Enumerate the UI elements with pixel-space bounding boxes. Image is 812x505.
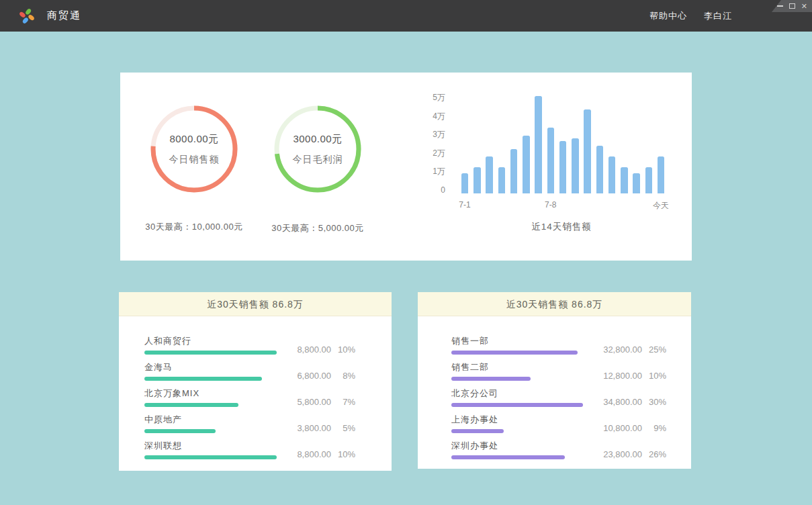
item-percent: 8% xyxy=(331,371,355,381)
item-bar xyxy=(451,403,583,407)
item-amount: 32,800.00 xyxy=(592,345,642,355)
bar-day-3 xyxy=(486,156,493,193)
top-departments-panel-title: 近30天销售额 86.8万 xyxy=(418,292,691,316)
list-item: 北京分公司34,800.0030% xyxy=(451,381,666,407)
bar-day-9 xyxy=(559,141,567,193)
item-bar xyxy=(451,377,531,381)
today-sales-label: 今日销售额 xyxy=(169,154,220,166)
item-percent: 9% xyxy=(642,424,666,433)
item-bar xyxy=(451,351,578,355)
today-profit-label: 今日毛利润 xyxy=(293,154,343,166)
item-bar xyxy=(144,455,277,459)
item-label: 销售一部 xyxy=(451,336,589,345)
item-amount: 6,800.00 xyxy=(281,371,331,381)
list-item: 北京万象MIX5,800.007% xyxy=(144,381,355,407)
overview-card: 8000.00元 今日销售额 30天最高：10,000.00元 3000.00元… xyxy=(120,73,692,261)
list-item: 人和商贸行8,800.0010% xyxy=(144,328,355,355)
username-link[interactable]: 李白江 xyxy=(704,10,732,22)
bar-chart-y-axis: 5万4万3万2万1万0 xyxy=(414,93,445,201)
item-percent: 26% xyxy=(642,450,666,459)
y-tick-label: 4万 xyxy=(433,112,445,120)
item-amount: 3,800.00 xyxy=(281,424,331,433)
today-profit-value: 3000.00元 xyxy=(293,133,342,146)
item-label: 深圳办事处 xyxy=(451,441,589,450)
list-item: 上海办事处10,800.009% xyxy=(451,407,666,433)
today-profit-donut-chart: 3000.00元 今日毛利润 xyxy=(274,105,361,193)
item-amount: 5,800.00 xyxy=(281,398,331,407)
item-percent: 10% xyxy=(331,345,355,355)
top-customers-panel: 近30天销售额 86.8万 人和商贸行8,800.0010%金海马6,800.0… xyxy=(119,292,392,471)
x-tick-label: 7-1 xyxy=(459,200,470,210)
item-amount: 23,800.00 xyxy=(592,450,642,459)
bar-chart-x-axis: 7-17-8今天 xyxy=(459,200,664,210)
y-tick-label: 3万 xyxy=(433,130,445,138)
y-tick-label: 1万 xyxy=(433,167,445,175)
titlebar: 商贸通 帮助中心 李白江 ✕ xyxy=(0,0,812,32)
list-item: 深圳联想8,800.0010% xyxy=(144,433,355,459)
top-departments-panel: 近30天销售额 86.8万 销售一部32,800.0025%销售二部12,800… xyxy=(418,292,691,469)
bar-day-16 xyxy=(645,167,653,193)
item-label: 北京分公司 xyxy=(451,389,589,398)
item-bar xyxy=(144,429,216,433)
bar-day-8 xyxy=(547,128,555,193)
y-tick-label: 2万 xyxy=(433,149,445,157)
bar-day-10 xyxy=(572,138,579,193)
today-sales-value: 8000.00元 xyxy=(169,133,218,146)
item-label: 深圳联想 xyxy=(144,441,281,450)
item-bar xyxy=(144,351,277,355)
list-item: 销售二部12,800.0010% xyxy=(451,355,666,381)
help-center-link[interactable]: 帮助中心 xyxy=(649,10,687,22)
bar-day-2 xyxy=(473,167,481,193)
maximize-icon[interactable] xyxy=(789,3,795,9)
item-percent: 25% xyxy=(642,345,666,355)
top-departments-list: 销售一部32,800.0025%销售二部12,800.0010%北京分公司34,… xyxy=(418,316,691,459)
y-tick-label: 5万 xyxy=(433,93,445,101)
item-label: 销售二部 xyxy=(451,363,589,371)
list-item: 金海马6,800.008% xyxy=(144,355,355,381)
bar-day-12 xyxy=(596,146,604,193)
bar-day-14 xyxy=(621,167,628,193)
item-amount: 12,800.00 xyxy=(592,371,642,381)
bar-day-7 xyxy=(535,96,542,193)
item-label: 上海办事处 xyxy=(451,415,589,424)
bar-day-5 xyxy=(510,149,518,193)
sales-14d-bar-chart xyxy=(459,95,664,193)
minimize-icon[interactable] xyxy=(777,5,783,7)
item-percent: 7% xyxy=(331,398,355,407)
bar-chart-title: 近14天销售额 xyxy=(459,221,664,233)
y-tick-label: 0 xyxy=(441,186,445,194)
bar-day-6 xyxy=(523,136,530,193)
item-label: 人和商贸行 xyxy=(144,336,281,345)
item-amount: 8,800.00 xyxy=(281,345,331,355)
top-customers-list: 人和商贸行8,800.0010%金海马6,800.008%北京万象MIX5,80… xyxy=(119,316,392,459)
top-customers-panel-title: 近30天销售额 86.8万 xyxy=(119,292,392,316)
item-bar xyxy=(144,377,262,381)
bar-day-17 xyxy=(658,156,665,193)
list-item: 深圳办事处23,800.0026% xyxy=(451,433,666,459)
item-percent: 5% xyxy=(331,424,355,433)
window-controls: ✕ xyxy=(772,0,812,12)
bar-day-11 xyxy=(584,109,591,193)
app-logo-pinwheel-icon xyxy=(18,7,36,25)
x-tick-label: 7-8 xyxy=(545,200,556,210)
bar-day-15 xyxy=(633,173,640,193)
bar-day-13 xyxy=(608,156,616,193)
item-percent: 10% xyxy=(331,450,355,459)
list-item: 中原地产3,800.005% xyxy=(144,407,355,433)
bar-day-1 xyxy=(461,173,469,193)
item-amount: 8,800.00 xyxy=(281,450,331,459)
today-profit-30d-max: 30天最高：5,000.00元 xyxy=(244,222,392,234)
item-label: 中原地产 xyxy=(144,415,281,424)
item-amount: 34,800.00 xyxy=(592,398,642,407)
item-percent: 10% xyxy=(642,371,666,381)
today-sales-donut-chart: 8000.00元 今日销售额 xyxy=(150,105,238,193)
item-bar xyxy=(451,429,504,433)
app-title: 商贸通 xyxy=(47,9,81,22)
close-icon[interactable]: ✕ xyxy=(801,3,807,9)
item-bar xyxy=(451,455,565,459)
bar-day-4 xyxy=(498,167,506,193)
list-item: 销售一部32,800.0025% xyxy=(451,328,666,355)
item-label: 金海马 xyxy=(144,363,281,371)
item-amount: 10,800.00 xyxy=(592,424,642,433)
x-tick-label: 今天 xyxy=(653,200,669,212)
